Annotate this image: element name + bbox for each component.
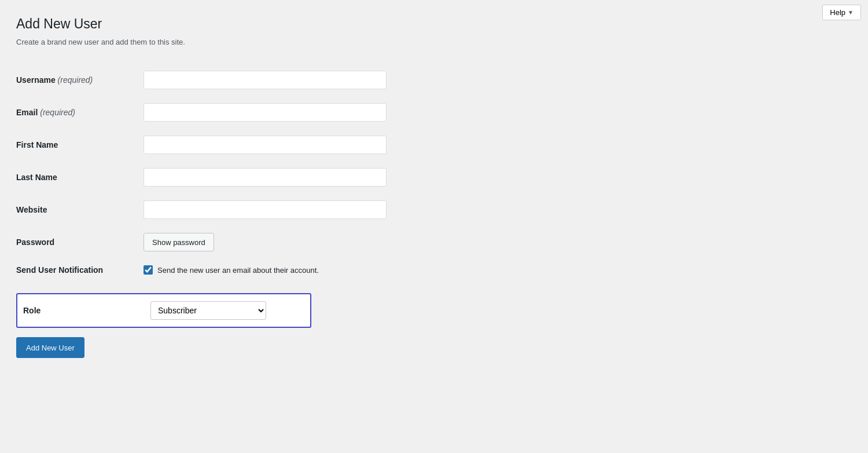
notification-row: Send User Notification Send the new user… — [16, 258, 505, 282]
username-input[interactable] — [144, 71, 387, 89]
last-name-label: Last Name — [16, 161, 144, 193]
username-required: (required) — [58, 75, 93, 85]
notification-label: Send User Notification — [16, 258, 144, 282]
first-name-label: First Name — [16, 129, 144, 161]
password-label: Password — [16, 226, 144, 258]
notification-field-cell: Send the new user an email about their a… — [144, 258, 505, 282]
password-field-cell: Show password — [144, 226, 505, 258]
last-name-input[interactable] — [144, 168, 387, 187]
email-input[interactable] — [144, 103, 387, 122]
last-name-field-cell — [144, 161, 505, 193]
email-required: (required) — [40, 108, 75, 117]
chevron-down-icon: ▼ — [848, 9, 854, 16]
notification-text: Send the new user an email about their a… — [157, 266, 319, 275]
username-row: Username (required) — [16, 64, 505, 96]
website-input[interactable] — [144, 200, 387, 219]
role-label: Role — [23, 306, 150, 315]
email-label: Email (required) — [16, 96, 144, 129]
email-field-cell — [144, 96, 505, 129]
add-user-form: Username (required) Email (required) — [16, 64, 505, 282]
username-field-cell — [144, 64, 505, 96]
last-name-row: Last Name — [16, 161, 505, 193]
first-name-input[interactable] — [144, 136, 387, 154]
page-title: Add New User — [16, 16, 505, 32]
password-row: Password Show password — [16, 226, 505, 258]
website-row: Website — [16, 193, 505, 226]
show-password-button[interactable]: Show password — [144, 233, 214, 251]
notification-checkbox[interactable] — [144, 265, 153, 275]
website-field-cell — [144, 193, 505, 226]
help-button[interactable]: Help ▼ — [822, 5, 861, 20]
role-select[interactable]: Subscriber Contributor Author Editor Adm… — [150, 301, 266, 320]
add-new-user-button[interactable]: Add New User — [16, 337, 84, 358]
first-name-row: First Name — [16, 129, 505, 161]
page-subtitle: Create a brand new user and add them to … — [16, 38, 505, 46]
email-row: Email (required) — [16, 96, 505, 129]
website-label: Website — [16, 193, 144, 226]
username-label: Username (required) — [16, 64, 144, 96]
help-label: Help — [830, 8, 845, 17]
first-name-field-cell — [144, 129, 505, 161]
role-row: Role Subscriber Contributor Author Edito… — [16, 293, 311, 328]
